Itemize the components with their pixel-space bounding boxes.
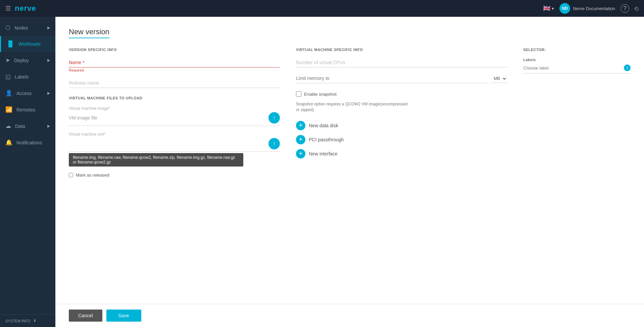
sidebar-item-label: Deploy <box>14 58 29 63</box>
system-info-btn[interactable]: SYSTEM INFO ⬇ <box>5 319 50 323</box>
logout-button[interactable]: ⎋ <box>635 5 639 12</box>
sidebar-item-label: Labels <box>15 74 29 80</box>
vm-section-title: VIRTUAL MACHINE SPECIFIC INFO <box>296 48 507 52</box>
deploy-arrow: ▶ <box>47 58 50 62</box>
required-text: Required <box>69 68 280 72</box>
new-data-disk-btn[interactable]: + <box>296 121 305 130</box>
remotes-icon: 📶 <box>5 106 12 113</box>
navbar-right: 🇬🇧 ▾ ND Nerve Documentation ? ⎋ <box>543 3 639 14</box>
nerve-logo: nerve <box>15 4 36 13</box>
sidebar-item-labels[interactable]: ◱ Labels <box>0 68 55 85</box>
vm-xml-label: Virtual machine xml* <box>69 132 280 137</box>
system-info-label: SYSTEM INFO <box>5 319 31 323</box>
data-arrow: ▶ <box>47 124 50 128</box>
access-icon: 👤 <box>5 90 12 97</box>
deploy-icon: ➤ <box>5 57 10 64</box>
sidebar-bottom: SYSTEM INFO ⬇ <box>0 314 55 327</box>
action-bar: Cancel Save <box>55 304 644 327</box>
flag-dropdown-icon: ▾ <box>552 6 554 11</box>
nodes-arrow: ▶ <box>47 26 50 30</box>
enable-snapshot-checkbox[interactable] <box>296 91 301 97</box>
sidebar-item-deploy[interactable]: ➤ Deploy ▶ <box>0 52 55 68</box>
sidebar-item-notifications[interactable]: 🔔 Notifications <box>0 134 55 151</box>
new-interface-label: New interface <box>309 151 338 156</box>
memory-row: MB GB <box>296 74 507 83</box>
vm-image-label: Virtual machine image* <box>69 106 280 111</box>
mark-released-row: Mark as released <box>69 173 280 178</box>
help-button[interactable]: ? <box>621 4 629 13</box>
new-data-disk-label: New data disk <box>309 123 338 128</box>
access-arrow: ▶ <box>47 91 50 95</box>
sidebar-item-access[interactable]: 👤 Access ▶ <box>0 85 55 101</box>
release-name-input[interactable] <box>69 78 280 88</box>
sidebar-item-data[interactable]: ☁ Data ▶ <box>0 118 55 134</box>
sidebar-item-label: Data <box>15 124 25 129</box>
navbar-left: ☰ nerve <box>5 4 36 13</box>
nodes-icon: ⬡ <box>5 24 10 31</box>
navbar: ☰ nerve 🇬🇧 ▾ ND Nerve Documentation ? ⎋ <box>0 0 644 17</box>
vm-xml-upload-btn[interactable]: ↑ <box>268 138 280 149</box>
version-section: VERSION SPECIFIC INFO Name * Required VI… <box>69 48 280 178</box>
sidebar-item-label: Notifications <box>16 140 42 145</box>
vcpu-group <box>296 58 507 67</box>
choose-label-input[interactable] <box>523 65 621 71</box>
vcpu-input[interactable] <box>296 58 507 67</box>
vm-image-placeholder: VM image file <box>69 115 265 121</box>
notifications-icon: 🔔 <box>5 139 12 146</box>
labels-icon: ◱ <box>5 73 11 80</box>
sidebar-item-remotes[interactable]: 📶 Remotes <box>0 101 55 118</box>
sidebar-item-label: Workloads <box>18 41 41 47</box>
memory-unit-select[interactable]: MB GB <box>492 74 507 83</box>
labels-info-icon[interactable]: i <box>624 64 631 71</box>
cancel-button[interactable]: Cancel <box>69 310 102 322</box>
sidebar-item-label: Access <box>16 91 32 96</box>
sidebar-item-workloads[interactable]: ▐▌ Workloads <box>0 36 55 52</box>
snapshot-note: Snapshot option requires a QCOW2 VM imag… <box>296 101 410 113</box>
vm-image-upload-btn[interactable]: ↑ <box>268 112 280 124</box>
sidebar-item-label: Remotes <box>16 107 35 112</box>
tooltip-bar: filename.img, filename.raw, filename.qco… <box>69 153 243 167</box>
memory-input[interactable] <box>296 74 489 83</box>
choose-label-row: i <box>523 64 631 74</box>
sidebar: ⬡ Nodes ▶ ▐▌ Workloads ➤ Deploy ▶ ◱ Labe… <box>0 17 55 327</box>
app-body: ⬡ Nodes ▶ ▐▌ Workloads ➤ Deploy ▶ ◱ Labe… <box>0 17 644 327</box>
vm-xml-row: ↑ <box>69 138 280 152</box>
main-content: New version VERSION SPECIFIC INFO Name *… <box>55 17 644 304</box>
new-interface-btn[interactable]: + <box>296 149 305 158</box>
mark-released-label[interactable]: Mark as released <box>76 173 109 178</box>
vm-files-title: VIRTUAL MACHINE FILES TO UPLOAD <box>69 96 280 100</box>
page-title: New version <box>69 28 109 38</box>
vm-image-group: Virtual machine image* VM image file ↑ <box>69 106 280 126</box>
mark-released-checkbox[interactable] <box>69 173 73 177</box>
vm-xml-group: Virtual machine xml* ↑ filename.img, fil… <box>69 132 280 167</box>
snapshot-group: Enable snapshot <box>296 91 507 97</box>
flag-icon: 🇬🇧 <box>543 5 550 12</box>
name-group: Name * Required <box>69 58 280 72</box>
name-input[interactable] <box>69 58 280 67</box>
memory-group: MB GB <box>296 74 507 83</box>
version-section-title: VERSION SPECIFIC INFO <box>69 48 280 52</box>
selector-title: SELECTOR: <box>523 48 631 52</box>
form-sections: VERSION SPECIFIC INFO Name * Required VI… <box>69 48 631 178</box>
pci-passthrough-row[interactable]: + PCI passthrough <box>296 135 507 144</box>
system-info-icon: ⬇ <box>33 319 36 323</box>
release-name-group <box>69 78 280 88</box>
labels-label: Labels <box>523 58 631 62</box>
user-profile-btn[interactable]: ND Nerve Documentation <box>559 3 615 14</box>
new-interface-row[interactable]: + New interface <box>296 149 507 158</box>
save-button[interactable]: Save <box>106 310 141 322</box>
pci-passthrough-btn[interactable]: + <box>296 135 305 144</box>
sidebar-item-label: Nodes <box>14 25 28 31</box>
vm-image-row: VM image file ↑ <box>69 112 280 126</box>
avatar: ND <box>559 3 570 14</box>
language-selector[interactable]: 🇬🇧 ▾ <box>543 5 554 12</box>
doc-label: Nerve Documentation <box>573 6 615 11</box>
new-data-disk-row[interactable]: + New data disk <box>296 121 507 130</box>
data-icon: ☁ <box>5 123 11 130</box>
selector-section: SELECTOR: Labels i <box>523 48 631 178</box>
hamburger-icon[interactable]: ☰ <box>5 5 11 12</box>
sidebar-item-nodes[interactable]: ⬡ Nodes ▶ <box>0 19 55 36</box>
vm-specific-section: VIRTUAL MACHINE SPECIFIC INFO MB GB <box>296 48 507 178</box>
workloads-icon: ▐▌ <box>6 41 14 47</box>
snapshot-label[interactable]: Enable snapshot <box>304 92 337 97</box>
